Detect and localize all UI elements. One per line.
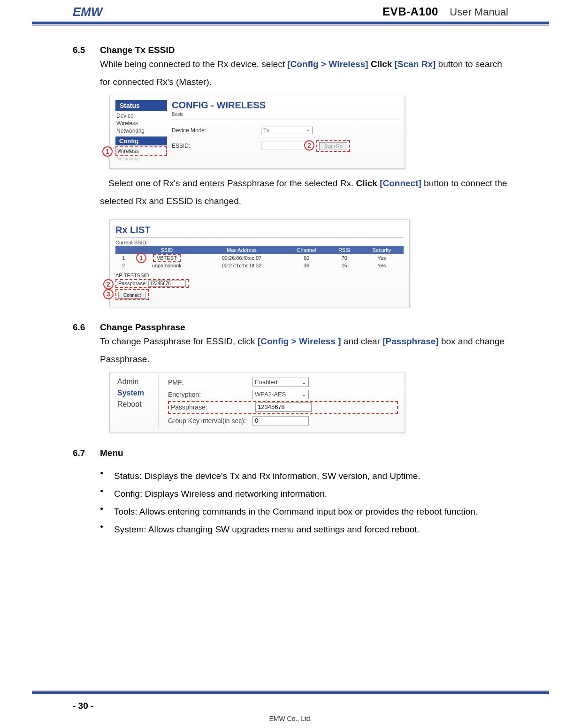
th-ssid: SSID [134, 246, 199, 254]
logo: EMW [73, 5, 106, 19]
connect-highlight: 3 Connect [115, 289, 149, 300]
nav-config[interactable]: Config [115, 136, 167, 145]
chevron-down-icon: ⌄ [301, 391, 306, 398]
scan-rx-button[interactable]: Scan Rx [319, 142, 347, 150]
nav-admin[interactable]: Admin [117, 376, 155, 387]
footer-rule-thick [32, 691, 549, 694]
section-num-6-7: 6.7 [73, 448, 100, 458]
ssid-highlight: VBTEST [153, 254, 181, 262]
nav-device[interactable]: Device [115, 112, 167, 120]
panel-title: CONFIG - WIRELESS [172, 100, 399, 111]
essid-label: ESSID: [172, 143, 261, 149]
callout-1-icon: 1 [136, 253, 146, 263]
scan-rx-highlight: 2 Scan Rx [316, 140, 350, 152]
link-config-wireless-2: [Config > Wireless ] [258, 336, 341, 346]
screenshot-passphrase: Admin System Reboot PMF: Enabled⌄ Encryp… [109, 372, 405, 433]
gki-label: Group Key interval(in sec): [168, 417, 252, 425]
link-connect: [Connect] [380, 178, 421, 188]
th-rssi: RSSI [329, 246, 360, 254]
product-name: EVB-A100 [382, 5, 438, 18]
nav-reboot[interactable]: Reboot [117, 399, 155, 410]
pmf-label: PMF: [168, 379, 252, 386]
p-6-5-1: While being connected to the Rx device, … [100, 55, 508, 91]
link-passphrase: [Passphrase] [382, 336, 438, 346]
header-rule-thick [32, 22, 549, 24]
list-item: System: Allows changing SW upgrades menu… [100, 521, 508, 538]
th-channel: Channel [284, 246, 329, 254]
callout-2-icon: 2 [304, 140, 314, 151]
footer-rule-thin [32, 690, 549, 691]
footer-company: EMW Co., Ltd. [0, 715, 581, 722]
table-row[interactable]: 1 1 VBTEST 00:26:86:f0:cc:07 60 70 Yes [115, 254, 404, 262]
nav-wireless-highlight[interactable]: 1 Wireless [115, 146, 167, 156]
passphrase-highlight: 2 Passphrase: [115, 279, 189, 288]
link-scan-rx: [Scan Rx] [395, 59, 436, 69]
current-ssid-label: Current SSID: [115, 240, 404, 245]
enc-select[interactable]: WPA2-AES⌄ [252, 390, 309, 399]
callout-1-icon: 1 [102, 146, 113, 157]
menu-list: Status: Displays the device's Tx and Rx … [100, 467, 508, 538]
rx-list-title: Rx LIST [115, 225, 404, 238]
passphrase-input[interactable] [148, 281, 186, 287]
callout-3-icon: 3 [103, 289, 114, 299]
list-item: Config: Displays Wireless and networking… [100, 485, 508, 503]
doc-type: User Manual [450, 6, 508, 18]
gki-input[interactable] [252, 416, 309, 425]
pass-label: Passphrase: [171, 403, 255, 411]
screenshot-rx-list: Rx LIST Current SSID: SSID Mac Address C… [109, 220, 410, 307]
ap-label: AP:TESTSSID [115, 273, 404, 278]
dev-mode-label: Device Mode: [172, 127, 261, 134]
pass-input[interactable] [255, 402, 312, 412]
passphrase-row-highlight: Passphrase: [168, 401, 398, 414]
nav-status[interactable]: Status [115, 100, 167, 111]
list-item: Tools: Allows entering commands in the C… [100, 503, 508, 521]
link-config-wireless: [Config > Wireless] [287, 59, 368, 69]
page-number: - 30 - [73, 701, 93, 711]
panel-sub: Basic [172, 112, 399, 120]
table-row[interactable]: 2 unpamsbank 00:27:1c:bc:0f:32 36 15 Yes [115, 262, 404, 269]
list-item: Status: Displays the device's Tx and Rx … [100, 467, 508, 485]
connect-button[interactable]: Connect [118, 292, 146, 299]
screenshot-config-wireless: Status Device Wireless Networking Config… [109, 95, 405, 169]
section-num-6-5: 6.5 [73, 45, 100, 55]
header-title: EVB-A100 User Manual [382, 5, 508, 18]
dev-mode-select[interactable]: Tx [261, 127, 313, 134]
th-security: Security [360, 246, 404, 254]
p-6-6-1: To change Passphrase for ESSID, click [C… [100, 333, 508, 368]
section-num-6-6: 6.6 [73, 322, 100, 333]
section-title-6-5: Change Tx ESSID [100, 45, 175, 55]
callout-2-icon: 2 [103, 279, 114, 289]
th-mac: Mac Address [199, 246, 284, 254]
p-6-5-2: Select one of Rx's and enters Passphrase… [100, 174, 508, 210]
nav-wireless[interactable]: Wireless [115, 120, 167, 127]
rx-table: SSID Mac Address Channel RSSI Security 1… [115, 246, 404, 269]
chevron-down-icon: ⌄ [301, 379, 306, 386]
nav-networking[interactable]: Networking [115, 127, 167, 135]
pmf-select[interactable]: Enabled⌄ [252, 378, 309, 387]
section-title-6-7: Menu [100, 448, 123, 458]
nav-networking-2[interactable]: Networking [115, 156, 167, 162]
nav-system[interactable]: System [117, 387, 155, 399]
section-title-6-6: Change Passphrase [100, 322, 185, 333]
enc-label: Encryption: [168, 391, 252, 398]
svg-text:EMW: EMW [73, 5, 104, 19]
